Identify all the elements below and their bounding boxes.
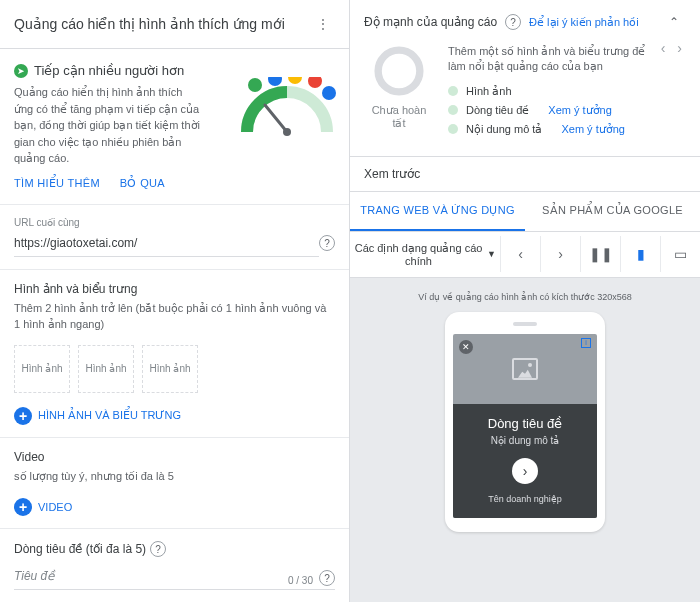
prev-hint-icon[interactable]: ‹ [657, 40, 670, 56]
help-icon[interactable]: ? [150, 541, 166, 557]
ad-info-icon: i [581, 338, 591, 348]
add-video-button[interactable]: + VIDEO [14, 498, 335, 516]
check-dot-icon [448, 105, 458, 115]
plus-icon: + [14, 498, 32, 516]
feedback-link[interactable]: Để lại ý kiến phản hồi [529, 16, 639, 29]
svg-point-5 [308, 77, 322, 88]
next-hint-icon[interactable]: › [673, 40, 686, 56]
reach-description: Quảng cáo hiển thị hình ảnh thích ứng có… [14, 84, 204, 167]
svg-point-2 [248, 78, 262, 92]
strength-status: Chưa hoàn tất [364, 104, 434, 130]
image-placeholder-icon [512, 358, 538, 380]
prev-preview-icon[interactable]: ‹ [500, 236, 540, 272]
ad-cta-icon: › [512, 458, 538, 484]
strength-hint: Thêm một số hình ảnh và biểu trưng để là… [448, 44, 686, 75]
video-title: Video [14, 450, 335, 464]
check-headline: Dòng tiêu đề [466, 104, 529, 117]
check-dot-icon [448, 124, 458, 134]
svg-point-3 [268, 77, 282, 86]
next-preview-icon[interactable]: › [540, 236, 580, 272]
images-subtitle: Thêm 2 hình ảnh trở lên (bắt buộc phải c… [14, 300, 335, 333]
idea-link[interactable]: Xem ý tưởng [561, 123, 625, 136]
final-url-label: URL cuối cùng [14, 217, 80, 228]
check-desc: Nội dung mô tả [466, 123, 542, 136]
skip-link[interactable]: BỎ QUA [120, 177, 165, 190]
preview-title: Xem trước [350, 157, 700, 192]
learn-more-link[interactable]: TÌM HIỂU THÊM [14, 177, 100, 190]
help-icon[interactable]: ? [319, 235, 335, 251]
headline-title: Dòng tiêu đề (tối đa là 5) [14, 542, 146, 556]
char-counter: 0 / 30 [288, 575, 313, 586]
tab-web-apps[interactable]: TRANG WEB VÀ ỨNG DỤNG [350, 192, 525, 231]
gauge-icon [237, 77, 337, 137]
collapse-icon[interactable]: ⌃ [662, 10, 686, 34]
strength-ring-icon [372, 44, 426, 98]
video-subtitle: số lượng tùy ý, nhưng tối đa là 5 [14, 468, 335, 485]
svg-point-1 [283, 128, 291, 136]
add-images-button[interactable]: + HÌNH ẢNH VÀ BIỂU TRƯNG [14, 407, 335, 425]
preview-caption: Ví dụ về quảng cáo hình ảnh có kích thướ… [418, 292, 632, 302]
caret-down-icon: ▼ [487, 249, 496, 259]
ad-description: Nội dung mô tả [459, 435, 591, 446]
image-slot[interactable]: Hình ảnh [78, 345, 134, 393]
ad-headline: Dòng tiêu đề [459, 416, 591, 431]
idea-link[interactable]: Xem ý tưởng [548, 104, 612, 117]
more-vert-icon[interactable]: ⋮ [311, 12, 335, 36]
phone-mockup: ✕ i Dòng tiêu đề Nội dung mô tả › Tên do… [445, 312, 605, 532]
check-images: Hình ảnh [466, 85, 512, 98]
plus-icon: + [14, 407, 32, 425]
phone-speaker-icon [513, 322, 537, 326]
panel-title: Quảng cáo hiển thị hình ảnh thích ứng mớ… [14, 16, 311, 32]
megaphone-icon: ➤ [14, 64, 28, 78]
final-url-input[interactable] [14, 230, 319, 257]
image-slot[interactable]: Hình ảnh [142, 345, 198, 393]
desktop-icon[interactable]: ▭ [660, 236, 700, 272]
pause-icon[interactable]: ❚❚ [580, 236, 620, 272]
image-slot[interactable]: Hình ảnh [14, 345, 70, 393]
ad-strength-label: Độ mạnh của quảng cáo [364, 15, 497, 29]
help-icon[interactable]: ? [505, 14, 521, 30]
help-icon[interactable]: ? [319, 570, 335, 586]
ad-business: Tên doanh nghiệp [459, 494, 591, 504]
format-dropdown[interactable]: Các định dạng quảng cáo chính▼ [350, 232, 500, 277]
svg-point-4 [288, 77, 302, 84]
reach-title: Tiếp cận nhiều người hơn [34, 63, 184, 78]
ad-close-icon: ✕ [459, 340, 473, 354]
ad-preview: ✕ i Dòng tiêu đề Nội dung mô tả › Tên do… [453, 334, 597, 518]
mobile-icon[interactable]: ▮ [620, 236, 660, 272]
check-dot-icon [448, 86, 458, 96]
headline-input[interactable] [14, 563, 335, 590]
svg-line-0 [265, 105, 287, 132]
svg-point-7 [378, 50, 420, 92]
svg-point-6 [322, 86, 336, 100]
tab-google-products[interactable]: SẢN PHẨM CỦA GOOGLE [525, 192, 700, 231]
images-title: Hình ảnh và biểu trưng [14, 282, 335, 296]
